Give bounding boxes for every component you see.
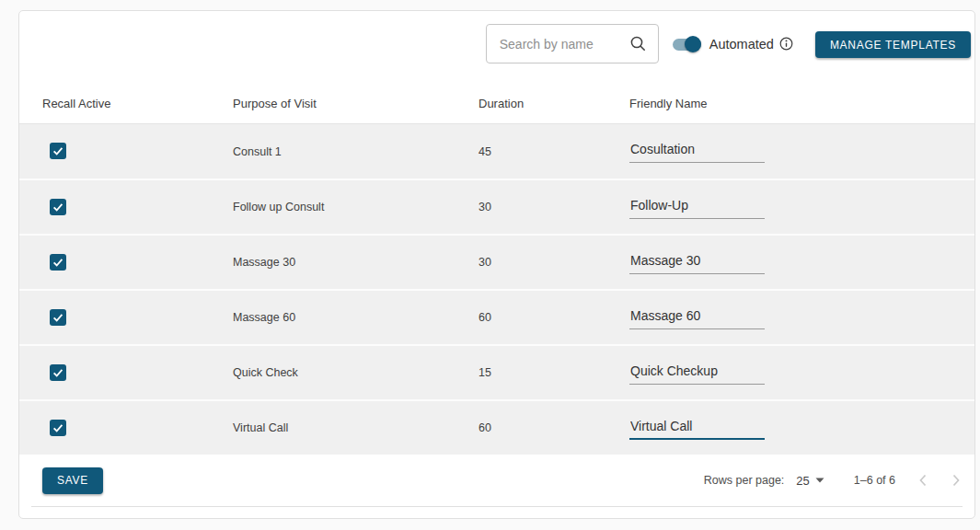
- save-button[interactable]: SAVE: [42, 467, 103, 494]
- pagination: Rows per page: 25 1–6 of 6: [704, 473, 962, 488]
- duration-cell: 15: [478, 366, 629, 379]
- manage-templates-button[interactable]: MANAGE TEMPLATES: [815, 31, 971, 58]
- duration-cell: 45: [478, 145, 629, 158]
- toggle-thumb: [685, 36, 701, 52]
- chevron-right-icon: [951, 473, 962, 488]
- rows-per-page-label: Rows per page:: [704, 474, 785, 487]
- table-row: Massage 60 60: [19, 289, 974, 344]
- rows-per-page-value: 25: [796, 474, 809, 488]
- column-header-friendly-name: Friendly Name: [629, 97, 974, 110]
- friendly-name-input[interactable]: [629, 362, 765, 385]
- settings-card: Automated MANAGE TEMPLATES Recall Active…: [18, 10, 975, 519]
- purpose-cell: Massage 60: [233, 311, 478, 324]
- purpose-cell: Massage 30: [233, 256, 478, 269]
- table-row: Quick Check 15: [19, 344, 974, 399]
- recall-active-checkbox[interactable]: [50, 309, 66, 326]
- recall-active-checkbox[interactable]: [50, 254, 66, 271]
- recall-active-checkbox[interactable]: [50, 420, 66, 436]
- table-row: Massage 30 30: [19, 234, 974, 289]
- next-page-button[interactable]: [951, 473, 962, 488]
- friendly-name-input[interactable]: [629, 251, 765, 274]
- column-header-recall-active: Recall Active: [19, 97, 233, 110]
- purpose-cell: Quick Check: [233, 366, 478, 379]
- search-box: [486, 24, 659, 63]
- purpose-cell: Virtual Call: [233, 421, 478, 434]
- search-icon: [629, 35, 647, 52]
- friendly-name-input[interactable]: [629, 196, 765, 219]
- table-row: Follow up Consult 30: [19, 179, 974, 234]
- footer-divider: [31, 506, 963, 507]
- previous-page-button[interactable]: [917, 473, 928, 488]
- purpose-cell: Follow up Consult: [233, 201, 478, 213]
- table-row: Consult 1 45: [19, 123, 974, 179]
- rows-per-page-select[interactable]: 25: [796, 474, 824, 488]
- toolbar: Automated MANAGE TEMPLATES: [19, 11, 974, 63]
- column-header-purpose: Purpose of Visit: [233, 97, 478, 110]
- friendly-name-input[interactable]: [629, 140, 765, 163]
- friendly-name-input[interactable]: [629, 417, 765, 440]
- automated-toggle[interactable]: [673, 36, 701, 52]
- recall-active-checkbox[interactable]: [50, 364, 66, 381]
- duration-cell: 60: [478, 311, 629, 324]
- purpose-cell: Consult 1: [233, 145, 478, 158]
- automated-toggle-label: Automated: [709, 37, 774, 52]
- chevron-left-icon: [917, 473, 928, 488]
- duration-cell: 60: [478, 421, 629, 434]
- page-range-label: 1–6 of 6: [854, 474, 895, 487]
- search-input[interactable]: [500, 37, 629, 52]
- duration-cell: 30: [478, 256, 629, 269]
- duration-cell: 30: [478, 201, 629, 213]
- table-body: Consult 1 45 Follow up Consult 30 Massag…: [19, 123, 974, 455]
- recall-active-checkbox[interactable]: [50, 199, 66, 215]
- info-icon[interactable]: [779, 37, 793, 51]
- friendly-name-input[interactable]: [629, 306, 765, 329]
- table-footer: SAVE Rows per page: 25 1–6 of 6: [19, 455, 974, 506]
- column-header-duration: Duration: [478, 97, 629, 110]
- caret-down-icon: [815, 478, 824, 483]
- table-header: Recall Active Purpose of Visit Duration …: [19, 63, 974, 123]
- recall-active-checkbox[interactable]: [50, 143, 66, 159]
- automated-toggle-group: Automated: [673, 24, 793, 63]
- table-row: Virtual Call 60: [19, 399, 974, 455]
